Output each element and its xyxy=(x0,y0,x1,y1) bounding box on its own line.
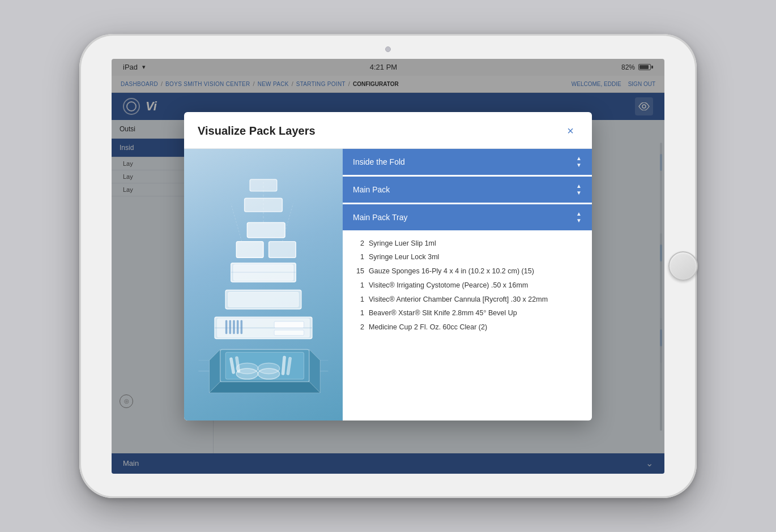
home-button[interactable] xyxy=(668,251,698,281)
list-item: 1Visitec® Irrigating Cystotome (Pearce) … xyxy=(354,280,581,291)
svg-rect-19 xyxy=(237,320,238,334)
list-item: 2Syringe Luer Slip 1ml xyxy=(354,238,581,249)
modal-body: Inside the Fold ▲ ▼ Main Pack xyxy=(184,149,592,421)
svg-rect-24 xyxy=(228,292,299,307)
svg-rect-20 xyxy=(241,320,242,334)
svg-rect-16 xyxy=(225,320,227,334)
svg-rect-34 xyxy=(245,198,283,212)
ipad-shell: iPad ▾ 4:21 PM 82% DASHBOARD / BOYS SMIT… xyxy=(79,34,697,498)
svg-rect-18 xyxy=(233,320,235,334)
accordion-label-inside-fold: Inside the Fold xyxy=(353,157,405,166)
accordion-main-pack: Main Pack ▲ ▼ xyxy=(343,177,592,204)
list-item: 15Gauze Sponges 16-Ply 4 x 4 in (10.2 x … xyxy=(354,266,581,277)
pack-image-panel xyxy=(184,149,343,421)
svg-rect-35 xyxy=(250,179,277,191)
accordion-header-main-pack-tray[interactable]: Main Pack Tray ▲ ▼ xyxy=(343,204,592,230)
accordion-chevron-inside-fold: ▲ ▼ xyxy=(576,156,582,168)
svg-point-8 xyxy=(258,363,279,374)
ipad-screen: iPad ▾ 4:21 PM 82% DASHBOARD / BOYS SMIT… xyxy=(112,59,664,474)
svg-rect-28 xyxy=(236,241,263,258)
accordion-chevron-main-pack-tray: ▲ ▼ xyxy=(576,211,582,224)
accordion-body-main-pack-tray: 2Syringe Luer Slip 1ml1Syringe Leur Lock… xyxy=(343,230,592,344)
modal-right-panel: Inside the Fold ▲ ▼ Main Pack xyxy=(343,149,592,421)
modal-overlay: Visualize Pack Layers × xyxy=(112,59,664,474)
accordion-main-pack-tray: Main Pack Tray ▲ ▼ 2Syringe Luer Slip 1m… xyxy=(343,204,592,346)
svg-rect-29 xyxy=(269,241,296,258)
list-item: 1Beaver® Xstar® Slit Knife 2.8mm 45° Bev… xyxy=(354,308,581,319)
accordion-label-main-pack-tray: Main Pack Tray xyxy=(353,213,407,222)
accordion-header-inside-fold[interactable]: Inside the Fold ▲ ▼ xyxy=(343,149,592,175)
list-item: 1Syringe Leur Lock 3ml xyxy=(354,252,581,263)
accordion-chevron-main-pack: ▲ ▼ xyxy=(576,183,582,196)
accordion-header-main-pack[interactable]: Main Pack ▲ ▼ xyxy=(343,177,592,203)
svg-line-32 xyxy=(231,203,242,241)
svg-rect-30 xyxy=(247,222,285,238)
svg-rect-22 xyxy=(274,330,304,336)
modal-close-button[interactable]: × xyxy=(562,123,578,139)
svg-rect-26 xyxy=(234,264,293,280)
accordion-label-main-pack: Main Pack xyxy=(353,185,390,194)
accordion-inside-fold: Inside the Fold ▲ ▼ xyxy=(343,149,592,177)
list-item: 2Medicine Cup 2 Fl. Oz. 60cc Clear (2) xyxy=(354,322,581,333)
pack-svg xyxy=(195,166,331,404)
modal-title: Visualize Pack Layers xyxy=(198,125,315,138)
list-item: 1Visitec® Anterior Chamber Cannula [Rycr… xyxy=(354,294,581,305)
modal: Visualize Pack Layers × xyxy=(184,112,592,421)
modal-header: Visualize Pack Layers × xyxy=(184,112,592,149)
svg-rect-21 xyxy=(274,321,304,327)
svg-rect-17 xyxy=(229,320,231,334)
